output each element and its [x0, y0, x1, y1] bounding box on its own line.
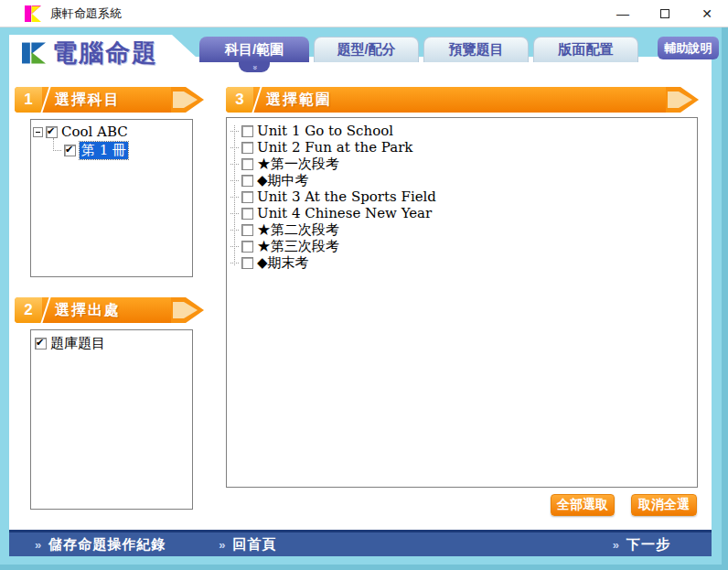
range-item-label[interactable]: ★第三次段考 [257, 238, 339, 255]
range-item-label[interactable]: Unit 1 Go to School [257, 123, 393, 139]
section-number: 3 [226, 87, 253, 113]
range-item-label[interactable]: Unit 3 At the Sports Field [257, 188, 436, 205]
range-item: Unit 4 Chinese New Year [230, 205, 693, 221]
checkbox[interactable] [241, 208, 253, 220]
checkbox[interactable] [241, 224, 253, 236]
banner-divider [40, 87, 50, 113]
section-number: 1 [15, 87, 42, 113]
section-title: 選擇科目 [55, 91, 121, 110]
app-logo-icon [25, 5, 41, 22]
next-step-button[interactable]: » 下一步 [613, 536, 670, 554]
range-item-label[interactable]: ◆期中考 [257, 172, 309, 189]
range-item: Unit 2 Fun at the Park [230, 139, 693, 156]
title-bar: 康軒命題系統 — ✕ [0, 0, 728, 27]
next-step-label: 下一步 [626, 536, 670, 554]
maximize-icon [660, 9, 669, 18]
save-log-label: 儲存命題操作紀錄 [48, 536, 166, 554]
range-item-label[interactable]: ★第一次段考 [257, 156, 339, 173]
checkbox[interactable] [241, 175, 253, 187]
banner-divider [252, 87, 262, 113]
range-list: Unit 1 Go to SchoolUnit 2 Fun at the Par… [226, 117, 698, 488]
chevron-down-icon: » [250, 65, 258, 69]
section-subject-banner: 1 選擇科目 [15, 87, 206, 113]
checkbox[interactable] [64, 145, 76, 156]
range-item-label[interactable]: ◆期末考 [257, 254, 309, 272]
app-logo-text: 電腦命題 [52, 37, 158, 70]
help-button[interactable]: 輔助說明 [658, 37, 719, 59]
tree-node-label-selected[interactable]: 第 1 冊 [80, 142, 128, 159]
range-item-label[interactable]: Unit 2 Fun at the Park [257, 139, 412, 156]
app-logo: 電腦命題 [22, 37, 158, 70]
chevron-right-icon: » [613, 538, 620, 552]
range-item: ◆期中考 [230, 172, 693, 188]
maximize-button[interactable] [644, 0, 686, 27]
source-item-label[interactable]: 題庫題目 [50, 335, 105, 352]
home-button[interactable]: » 回首頁 [219, 536, 276, 554]
chevron-right-icon: » [219, 538, 226, 552]
tab-1[interactable]: 題型/配分 [314, 37, 419, 62]
checkbox[interactable] [46, 126, 58, 138]
close-button[interactable]: ✕ [686, 0, 728, 27]
range-item: Unit 1 Go to School [230, 123, 693, 139]
checkbox[interactable] [241, 125, 253, 137]
deselect-all-button[interactable]: 取消全選 [631, 494, 697, 516]
section-range-banner: 3 選擇範圍 [226, 87, 701, 113]
window-title: 康軒命題系統 [50, 5, 122, 22]
save-log-button[interactable]: » 儲存命題操作紀錄 [35, 536, 166, 554]
list-item: 題庫題目 [35, 335, 188, 351]
minimize-button[interactable]: — [602, 0, 644, 27]
collapse-icon[interactable] [33, 127, 43, 137]
tree-row-child: 第 1 冊 [53, 142, 190, 158]
section-number: 2 [15, 297, 42, 323]
range-item: ★第一次段考 [230, 156, 693, 172]
tree-connector [234, 125, 235, 265]
source-list: 題庫題目 [30, 329, 193, 510]
subject-tree: Cool ABC 第 1 冊 [30, 119, 193, 277]
tree-node-label[interactable]: Cool ABC [61, 124, 128, 140]
checkbox[interactable] [241, 158, 253, 170]
range-item: ★第三次段考 [230, 238, 693, 254]
banner-divider [40, 297, 50, 323]
range-item-label[interactable]: ★第二次段考 [257, 221, 339, 239]
checkbox[interactable] [241, 241, 253, 253]
banner-arrow-icon [171, 297, 206, 323]
home-label: 回首頁 [232, 536, 276, 554]
tab-2[interactable]: 預覽題目 [423, 37, 529, 62]
banner-arrow-icon [666, 87, 701, 113]
checkbox[interactable] [241, 142, 253, 154]
section-source-banner: 2 選擇出處 [15, 297, 206, 323]
tab-bar: 科目/範圍»題型/配分預覽題目版面配置 [199, 37, 638, 62]
window-edge [722, 27, 728, 570]
tab-0[interactable]: 科目/範圍» [199, 37, 309, 62]
checkbox[interactable] [241, 257, 253, 269]
banner-arrow-icon [171, 87, 206, 113]
range-item: Unit 3 At the Sports Field [230, 188, 693, 205]
range-item: ★第二次段考 [230, 221, 693, 238]
range-item: ◆期末考 [230, 254, 693, 271]
checkbox[interactable] [35, 338, 47, 350]
chevron-right-icon: » [35, 538, 42, 552]
active-tab-indicator: » [239, 62, 270, 72]
section-title: 選擇出處 [55, 301, 121, 320]
brand-k-icon [22, 41, 46, 65]
footer-bar: » 儲存命題操作紀錄 » 回首頁 » 下一步 [9, 530, 712, 556]
window-edge [0, 565, 728, 570]
section-title: 選擇範圍 [266, 91, 332, 110]
select-all-button[interactable]: 全部選取 [551, 494, 615, 516]
checkbox[interactable] [241, 191, 253, 203]
range-item-label[interactable]: Unit 4 Chinese New Year [257, 205, 432, 221]
tree-connector [53, 138, 61, 151]
tree-row-root: Cool ABC [33, 124, 190, 140]
tab-3[interactable]: 版面配置 [533, 37, 638, 62]
